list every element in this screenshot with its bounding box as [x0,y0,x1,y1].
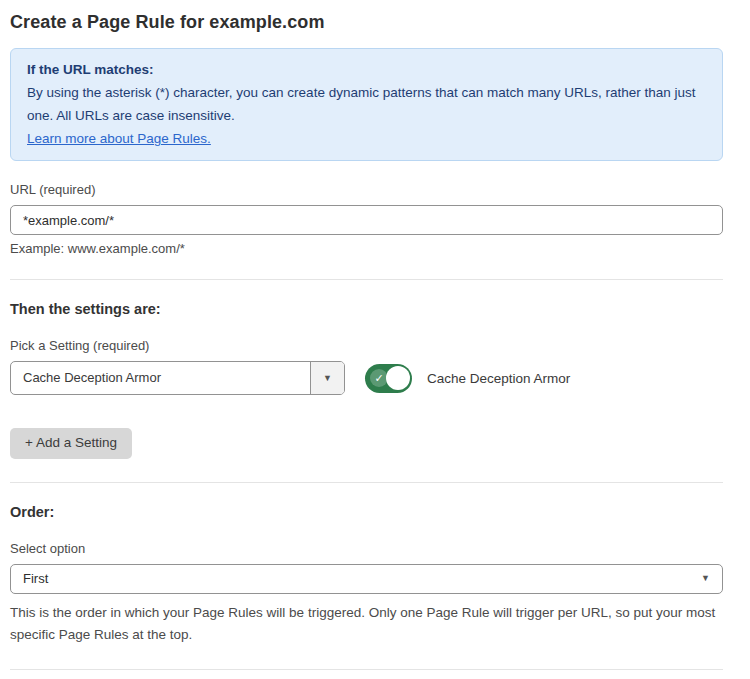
divider-settings [10,279,723,280]
learn-more-link[interactable]: Learn more about Page Rules. [27,131,211,146]
page-title: Create a Page Rule for example.com [10,12,723,33]
divider-footer [10,669,723,670]
toggle-knob [386,366,410,390]
order-select-label: Select option [10,541,723,556]
url-input[interactable] [10,205,723,235]
order-helper-text: This is the order in which your Page Rul… [10,602,723,646]
info-box-heading: If the URL matches: [27,58,706,81]
setting-select[interactable]: Cache Deception Armor ▼ [10,361,345,395]
pick-setting-label: Pick a Setting (required) [10,338,723,353]
setting-select-value: Cache Deception Armor [11,362,310,394]
chevron-down-icon: ▼ [701,574,710,583]
setting-select-arrow-button[interactable]: ▼ [310,362,344,394]
info-box-body: By using the asterisk (*) character, you… [27,81,706,127]
divider-order [10,482,723,483]
url-example-helper: Example: www.example.com/* [10,241,723,256]
info-box-link-line: Learn more about Page Rules. [27,127,706,150]
order-select-value: First [23,571,48,586]
order-select[interactable]: First ▼ [10,564,723,594]
toggle-setting-label: Cache Deception Armor [427,371,570,386]
settings-section-heading: Then the settings are: [10,301,723,317]
page-rule-form: Create a Page Rule for example.com If th… [0,0,750,679]
chevron-down-icon: ▼ [323,374,332,383]
url-field-label: URL (required) [10,182,723,197]
add-setting-button[interactable]: + Add a Setting [10,428,132,459]
setting-picker-row: Cache Deception Armor ▼ ✓ Cache Deceptio… [10,361,723,395]
url-match-info-box: If the URL matches: By using the asteris… [10,48,723,161]
order-section-heading: Order: [10,504,723,520]
cache-deception-armor-toggle[interactable]: ✓ [365,364,412,393]
